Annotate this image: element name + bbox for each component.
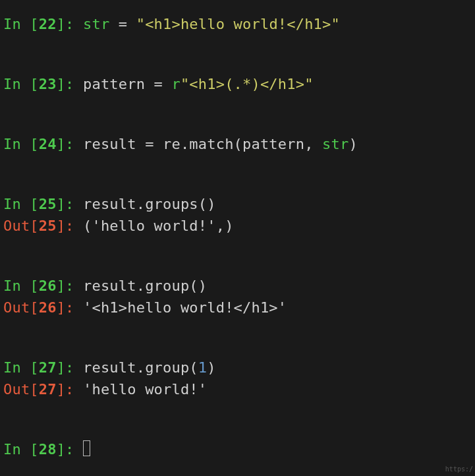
- cursor[interactable]: [83, 440, 90, 456]
- input-line: In [24]: result = re.match(pattern, str): [3, 133, 475, 155]
- ipython-cell: In [24]: result = re.match(pattern, str): [3, 133, 475, 155]
- code-token: ): [349, 136, 357, 152]
- in-prompt-number: 25: [39, 196, 57, 212]
- output-line: Out[25]: ('hello world!',): [3, 215, 475, 237]
- code-token: "<h1>hello world!</h1>": [136, 16, 340, 32]
- in-prompt-suffix: ]:: [57, 136, 83, 152]
- in-prompt-prefix: In [: [3, 359, 39, 376]
- in-prompt-suffix: ]:: [57, 16, 83, 32]
- ipython-terminal[interactable]: In [22]: str = "<h1>hello world!</h1>"In…: [0, 0, 475, 460]
- output-line: Out[27]: 'hello world!': [3, 378, 475, 400]
- code-token: "<h1>(.*)</h1>": [181, 76, 314, 92]
- in-prompt-number: 22: [39, 16, 57, 32]
- ipython-cell: In [27]: result.group(1)Out[27]: 'hello …: [3, 357, 475, 400]
- code-token: result.group(): [83, 278, 207, 294]
- watermark: https:/: [445, 464, 473, 474]
- input-line: In [25]: result.groups(): [3, 193, 475, 215]
- in-prompt-prefix: In [: [3, 278, 39, 294]
- in-prompt-prefix: In [: [3, 76, 39, 92]
- ipython-cell: In [23]: pattern = r"<h1>(.*)</h1>": [3, 73, 475, 95]
- in-prompt-number: 26: [39, 278, 57, 294]
- input-line: In [22]: str = "<h1>hello world!</h1>": [3, 13, 475, 35]
- in-prompt-number: 23: [39, 76, 57, 92]
- in-prompt-number: 24: [39, 136, 57, 152]
- out-prompt-suffix: ]:: [57, 381, 83, 398]
- in-prompt-prefix: In [: [3, 441, 39, 458]
- code-token: result.groups(): [83, 196, 216, 212]
- code-token: str: [83, 16, 109, 32]
- output-line: Out[26]: '<h1>hello world!</h1>': [3, 297, 475, 318]
- ipython-cell: In [25]: result.groups()Out[25]: ('hello…: [3, 193, 475, 237]
- code-token: 1: [198, 359, 207, 376]
- out-prompt-number: 26: [39, 299, 57, 316]
- in-prompt-suffix: ]:: [57, 196, 83, 212]
- input-line: In [27]: result.group(1): [3, 357, 475, 378]
- out-prompt-number: 27: [39, 381, 57, 398]
- output-value: 'hello world!': [83, 381, 207, 398]
- input-line[interactable]: In [28]:: [3, 438, 475, 460]
- out-prompt-prefix: Out[: [3, 218, 39, 234]
- ipython-cell: In [22]: str = "<h1>hello world!</h1>": [3, 13, 475, 35]
- code-token: =: [109, 16, 136, 32]
- out-prompt-prefix: Out[: [3, 381, 39, 398]
- in-prompt-number: 27: [39, 359, 57, 376]
- in-prompt-suffix: ]:: [57, 278, 83, 294]
- out-prompt-prefix: Out[: [3, 299, 39, 316]
- code-token: pattern =: [83, 76, 171, 92]
- ipython-cell: In [26]: result.group()Out[26]: '<h1>hel…: [3, 275, 475, 318]
- ipython-cell: In [28]:: [3, 438, 475, 460]
- code-token: str: [322, 136, 349, 152]
- code-token: r: [171, 76, 180, 92]
- in-prompt-prefix: In [: [3, 136, 39, 152]
- output-value: '<h1>hello world!</h1>': [83, 299, 287, 316]
- in-prompt-prefix: In [: [3, 196, 39, 212]
- in-prompt-suffix: ]:: [57, 441, 83, 458]
- out-prompt-suffix: ]:: [57, 218, 83, 234]
- in-prompt-prefix: In [: [3, 16, 39, 32]
- code-token: ): [207, 359, 215, 376]
- code-token: result = re.match(pattern,: [83, 136, 322, 152]
- input-line: In [23]: pattern = r"<h1>(.*)</h1>": [3, 73, 475, 95]
- code-token: result.group(: [83, 359, 198, 376]
- output-value: ('hello world!',): [83, 218, 234, 234]
- input-line: In [26]: result.group(): [3, 275, 475, 297]
- in-prompt-number: 28: [39, 441, 57, 458]
- in-prompt-suffix: ]:: [57, 76, 83, 92]
- out-prompt-suffix: ]:: [57, 299, 83, 316]
- in-prompt-suffix: ]:: [57, 359, 83, 376]
- out-prompt-number: 25: [39, 218, 57, 234]
